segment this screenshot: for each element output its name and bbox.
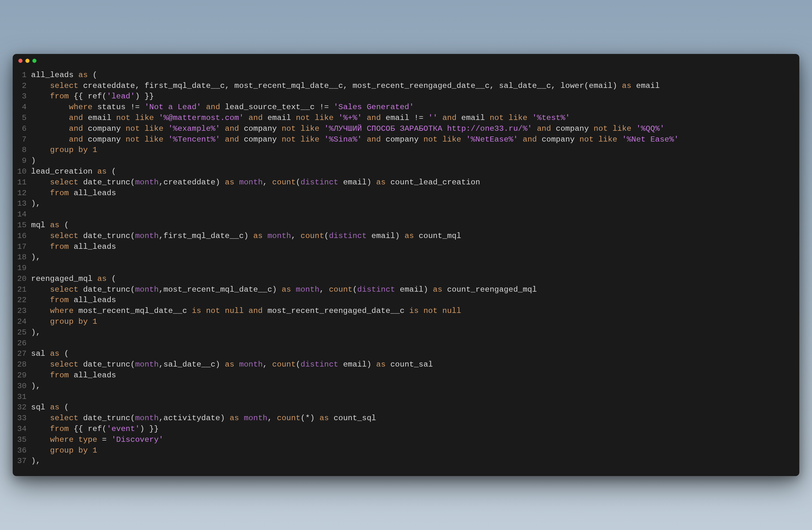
line-number: 12 (13, 188, 31, 199)
code-content[interactable]: sql as ( (31, 402, 799, 413)
code-line[interactable]: 29 from all_leads (13, 370, 799, 381)
code-line[interactable]: 28 select date_trunc(month,sal_date__c) … (13, 359, 799, 370)
code-content[interactable]: from all_leads (31, 295, 799, 306)
code-content[interactable]: mql as ( (31, 220, 799, 231)
code-content[interactable]: group by 1 (31, 316, 799, 327)
token-keyword: and (249, 306, 263, 315)
code-line[interactable]: 15mql as ( (13, 220, 799, 231)
code-content[interactable]: group by 1 (31, 445, 799, 456)
token-default: {{ ref( (69, 92, 106, 101)
token-punct: ( (106, 167, 116, 176)
minimize-icon[interactable] (25, 59, 29, 63)
code-content[interactable]: reengaged_mql as ( (31, 274, 799, 284)
code-line[interactable]: 11 select date_trunc(month,createddate) … (13, 177, 799, 188)
code-content[interactable]: and email not like '%@mattermost.com' an… (31, 113, 799, 124)
code-content[interactable]: from all_leads (31, 242, 799, 252)
code-content[interactable]: where most_recent_mql_date__c is not nul… (31, 306, 799, 316)
code-line[interactable]: 9) (13, 156, 799, 166)
code-content[interactable]: select date_trunc(month,activitydate) as… (31, 413, 799, 424)
code-editor[interactable]: 1all_leads as (2 select createddate, fir… (13, 68, 799, 469)
line-number: 26 (13, 338, 31, 349)
code-line[interactable]: 25), (13, 327, 799, 338)
line-number: 3 (13, 91, 31, 102)
code-content[interactable]: from all_leads (31, 188, 799, 199)
code-line[interactable]: 23 where most_recent_mql_date__c is not … (13, 306, 799, 316)
code-line[interactable]: 36 group by 1 (13, 445, 799, 456)
code-content[interactable]: ), (31, 327, 799, 338)
code-line[interactable]: 2 select createddate, first_mql_date__c,… (13, 81, 799, 91)
token-keyword: select (50, 285, 78, 294)
token-default (201, 103, 206, 111)
code-line[interactable]: 26 (13, 338, 799, 349)
token-default (263, 232, 267, 240)
code-line[interactable]: 34 from {{ ref('event') }} (13, 424, 799, 434)
code-line[interactable]: 12 from all_leads (13, 188, 799, 199)
code-content[interactable] (31, 392, 799, 402)
code-content[interactable]: all_leads as ( (31, 70, 799, 81)
line-number: 29 (13, 370, 31, 381)
code-line[interactable]: 31 (13, 392, 799, 402)
code-line[interactable]: 20reengaged_mql as ( (13, 274, 799, 284)
code-content[interactable] (31, 338, 799, 349)
token-default (88, 146, 92, 154)
code-line[interactable]: 10lead_creation as ( (13, 166, 799, 177)
code-content[interactable]: where type = 'Discovery' (31, 434, 799, 445)
token-default: status != (92, 103, 145, 111)
token-default (220, 125, 225, 133)
code-line[interactable]: 33 select date_trunc(month,activitydate)… (13, 413, 799, 424)
code-line[interactable]: 27sal as ( (13, 348, 799, 359)
code-line[interactable]: 22 from all_leads (13, 295, 799, 306)
code-line[interactable]: 3 from {{ ref('lead') }} (13, 91, 799, 102)
code-content[interactable] (31, 209, 799, 220)
code-content[interactable]: and company not like '%Tencent%' and com… (31, 134, 799, 145)
code-line[interactable]: 6 and company not like '%example%' and c… (13, 124, 799, 134)
code-content[interactable]: and company not like '%example%' and com… (31, 124, 799, 134)
code-content[interactable]: group by 1 (31, 145, 799, 156)
code-line[interactable]: 7 and company not like '%Tencent%' and c… (13, 134, 799, 145)
token-default: email (632, 82, 660, 90)
token-default (31, 242, 50, 251)
code-line[interactable]: 32sql as ( (13, 402, 799, 413)
code-content[interactable]: sal as ( (31, 348, 799, 359)
token-default: all_leads (69, 296, 116, 304)
code-line[interactable]: 16 select date_trunc(month,first_mql_dat… (13, 231, 799, 242)
code-line[interactable]: 21 select date_trunc(month,most_recent_m… (13, 284, 799, 295)
token-keyword: and (523, 135, 537, 144)
code-content[interactable]: select date_trunc(month,sal_date__c) as … (31, 359, 799, 370)
code-content[interactable]: select date_trunc(month,most_recent_mql_… (31, 284, 799, 295)
token-keyword: count (272, 178, 296, 187)
zoom-icon[interactable] (32, 59, 37, 63)
code-content[interactable]: lead_creation as ( (31, 166, 799, 177)
code-content[interactable]: select createddate, first_mql_date__c, m… (31, 81, 799, 91)
code-line[interactable]: 1all_leads as ( (13, 70, 799, 81)
code-content[interactable]: from {{ ref('event') }} (31, 424, 799, 434)
code-content[interactable]: from all_leads (31, 370, 799, 381)
code-line[interactable]: 24 group by 1 (13, 316, 799, 327)
token-default (617, 135, 622, 144)
code-content[interactable]: ), (31, 381, 799, 392)
code-line[interactable]: 4 where status != 'Not a Lead' and lead_… (13, 102, 799, 113)
code-content[interactable]: from {{ ref('lead') }} (31, 91, 799, 102)
code-content[interactable]: ), (31, 456, 799, 467)
code-line[interactable]: 37), (13, 456, 799, 467)
code-content[interactable] (31, 263, 799, 274)
code-line[interactable]: 17 from all_leads (13, 242, 799, 252)
token-keyword: as (319, 414, 329, 422)
code-line[interactable]: 30), (13, 381, 799, 392)
code-line[interactable]: 8 group by 1 (13, 145, 799, 156)
code-content[interactable]: where status != 'Not a Lead' and lead_so… (31, 102, 799, 113)
token-punct: ( (106, 274, 116, 283)
token-keyword: from (50, 296, 69, 304)
code-line[interactable]: 18), (13, 252, 799, 263)
code-content[interactable]: ) (31, 156, 799, 166)
code-line[interactable]: 5 and email not like '%@mattermost.com' … (13, 113, 799, 124)
code-line[interactable]: 14 (13, 209, 799, 220)
code-line[interactable]: 19 (13, 263, 799, 274)
code-line[interactable]: 35 where type = 'Discovery' (13, 434, 799, 445)
code-line[interactable]: 13), (13, 198, 799, 209)
code-content[interactable]: ), (31, 252, 799, 263)
close-icon[interactable] (18, 59, 23, 63)
code-content[interactable]: ), (31, 198, 799, 209)
code-content[interactable]: select date_trunc(month,first_mql_date__… (31, 231, 799, 242)
code-content[interactable]: select date_trunc(month,createddate) as … (31, 177, 799, 188)
